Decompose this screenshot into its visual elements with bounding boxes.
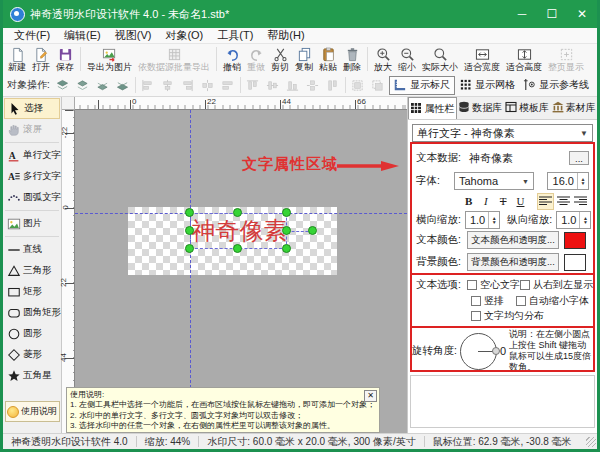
menu-object[interactable]: 对象(O)	[158, 28, 210, 43]
layer-back-icon[interactable]	[113, 76, 133, 94]
hscale-spinner[interactable]: 1.0 ▲▼	[465, 211, 500, 229]
text-color-swatch[interactable]	[564, 232, 586, 249]
align-vcenter-icon[interactable]	[323, 76, 343, 94]
menu-tools[interactable]: 工具(T)	[210, 28, 260, 43]
export-image-button[interactable]: 导出为图片	[84, 44, 135, 74]
fit-height-button[interactable]: 适合高度	[503, 44, 545, 74]
fit-width-button[interactable]: 适合宽度	[461, 44, 503, 74]
selection-handle[interactable]	[282, 226, 291, 235]
text-color-button[interactable]: 文本颜色和透明度...	[467, 231, 559, 249]
fit-page-button[interactable]: 整页显示	[545, 44, 587, 74]
open-button[interactable]: 打开	[29, 44, 53, 74]
tool-triangle[interactable]: 三角形	[4, 260, 60, 281]
resize-grip[interactable]	[586, 437, 596, 447]
same-width-icon[interactable]	[348, 76, 368, 94]
help-close-button[interactable]: ✕	[364, 390, 377, 402]
bg-color-button[interactable]: 背景颜色和透明度...	[467, 253, 559, 271]
italic-button[interactable]: I	[477, 193, 494, 210]
align-middle-icon[interactable]	[263, 76, 283, 94]
tool-diamond[interactable]: 菱形	[4, 344, 60, 365]
undo-button[interactable]: 撤销	[220, 44, 244, 74]
same-size-icon[interactable]	[368, 76, 388, 94]
redo-button[interactable]: 重做	[244, 44, 268, 74]
align-right-button[interactable]	[572, 193, 589, 210]
tab-database[interactable]: 数据库	[457, 97, 504, 119]
show-grid-toggle[interactable]: 显示网格	[455, 77, 519, 94]
selection-handle[interactable]	[185, 208, 194, 217]
tool-select[interactable]: 选择	[4, 98, 60, 119]
spinner-arrows[interactable]: ▲▼	[577, 173, 588, 189]
tool-single-line-text[interactable]: A 单行文字	[4, 145, 60, 166]
underline-button[interactable]: U	[512, 193, 529, 210]
help-button[interactable]: 使用说明	[5, 401, 60, 422]
actual-size-button[interactable]: 实际大小	[419, 44, 461, 74]
tool-pan[interactable]: 滚屏	[4, 119, 60, 140]
align-left-edges-icon[interactable]	[138, 76, 158, 94]
menu-view[interactable]: 视图(V)	[108, 28, 159, 43]
tool-multi-line-text[interactable]: A 多行文字	[4, 166, 60, 187]
font-family-dropdown[interactable]: Tahoma ▼	[454, 172, 534, 190]
tool-picture[interactable]: 图片	[4, 213, 60, 234]
batch-export-button[interactable]: 依数据源批量导出	[135, 44, 213, 74]
layer-front-icon[interactable]	[53, 76, 73, 94]
copy-button[interactable]: 复制	[292, 44, 316, 74]
align-bottom-edges-icon[interactable]	[283, 76, 303, 94]
save-button[interactable]: 保存	[53, 44, 77, 74]
rotation-dial[interactable]	[460, 333, 497, 370]
paste-button[interactable]: 粘贴	[316, 44, 340, 74]
selection-handle[interactable]	[233, 208, 242, 217]
tool-rectangle[interactable]: 矩形	[4, 281, 60, 302]
tab-templates[interactable]: 模板库	[504, 97, 551, 119]
selection-handle[interactable]	[185, 226, 194, 235]
spinner-arrows[interactable]: ▲▼	[488, 212, 499, 228]
tab-properties[interactable]: 属性栏	[408, 97, 457, 119]
rotation-dial-handle[interactable]	[492, 347, 500, 355]
rtl-checkbox[interactable]: 从右到左显示	[520, 278, 593, 292]
maximize-button[interactable]: ☐	[537, 0, 567, 28]
align-hcenter-icon[interactable]	[218, 76, 238, 94]
zoom-in-button[interactable]: 放大	[371, 44, 395, 74]
zoom-out-button[interactable]: 缩小	[395, 44, 419, 74]
align-center-v-icon[interactable]	[158, 76, 178, 94]
tab-materials[interactable]: 素材库	[550, 97, 597, 119]
even-distribute-checkbox[interactable]: 文字均匀分布	[471, 309, 544, 323]
delete-button[interactable]: 删除	[340, 44, 364, 74]
align-vspread-icon[interactable]	[303, 76, 323, 94]
vertical-guide[interactable]	[190, 110, 191, 433]
tool-star[interactable]: 五角星	[4, 365, 60, 386]
layer-forward-icon[interactable]	[73, 76, 93, 94]
menu-edit[interactable]: 编辑(E)	[57, 28, 108, 43]
object-selector-dropdown[interactable]: 单行文字 - 神奇像素 ▼	[412, 124, 593, 142]
tool-line[interactable]: 直线	[4, 239, 60, 260]
layer-backward-icon[interactable]	[93, 76, 113, 94]
autoshrink-checkbox[interactable]: 自动缩小字体	[516, 294, 589, 308]
text-data-more-button[interactable]: ...	[569, 151, 589, 165]
vscale-spinner[interactable]: 1.0 ▲▼	[556, 211, 591, 229]
text-data-value[interactable]: 神奇像素	[469, 151, 513, 166]
cut-button[interactable]: 剪切	[268, 44, 292, 74]
vertical-checkbox[interactable]: 竖排	[471, 294, 516, 308]
align-top-edges-icon[interactable]	[243, 76, 263, 94]
selection-handle[interactable]	[282, 244, 291, 253]
font-size-spinner[interactable]: 16.0 ▲▼	[547, 172, 589, 190]
align-hspread-icon[interactable]	[198, 76, 218, 94]
tool-circle[interactable]: 圆形	[4, 323, 60, 344]
rotation-handle[interactable]	[308, 226, 317, 235]
tool-rounded-rectangle[interactable]: 圆角矩形	[4, 302, 60, 323]
selection-handle[interactable]	[282, 208, 291, 217]
bold-button[interactable]: B	[460, 193, 477, 210]
show-ruler-toggle[interactable]: 显示标尺	[389, 76, 455, 95]
design-canvas[interactable]: 神奇像素 文字属性区域	[75, 110, 407, 433]
bg-color-swatch[interactable]	[564, 254, 586, 271]
hollow-text-checkbox[interactable]: 空心文字	[467, 278, 520, 292]
minimize-button[interactable]: ─	[507, 0, 537, 28]
tool-arc-text[interactable]: 圆弧文字	[4, 187, 60, 208]
align-right-edges-icon[interactable]	[178, 76, 198, 94]
strikethrough-button[interactable]: T	[495, 193, 512, 210]
close-button[interactable]: ✕	[567, 0, 597, 28]
selection-handle[interactable]	[185, 244, 194, 253]
selection-handle[interactable]	[233, 244, 242, 253]
align-left-button[interactable]	[537, 193, 554, 210]
spinner-arrows[interactable]: ▲▼	[579, 212, 590, 228]
menu-file[interactable]: 文件(F)	[7, 28, 57, 43]
